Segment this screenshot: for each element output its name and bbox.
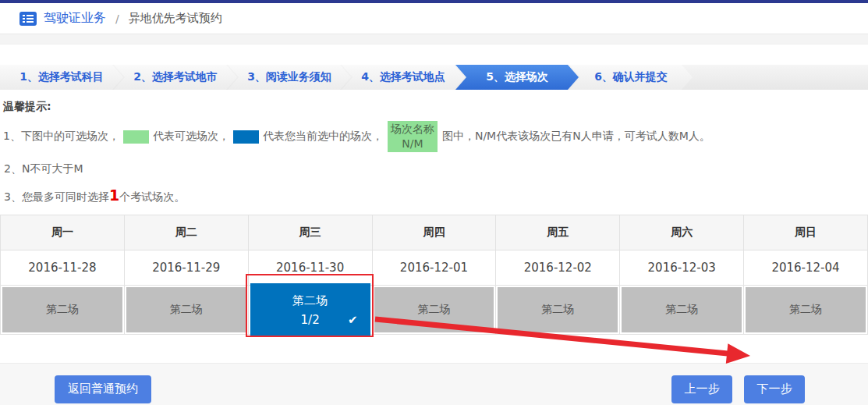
breadcrumb: 驾驶证业务 / 异地优先考试预约 (0, 3, 868, 34)
max-select-count: 1 (109, 187, 119, 204)
date-cell: 2016-11-29 (124, 250, 248, 286)
wizard-step-3[interactable]: 3、阅读业务须知 (228, 65, 351, 90)
date-cell: 2016-11-28 (1, 250, 125, 286)
selected-slot-swatch (233, 130, 259, 144)
tips-title: 温馨提示: (3, 100, 868, 114)
session-slot-sun[interactable]: 第二场 (746, 287, 866, 332)
selected-session-label: 第二场 (292, 293, 328, 308)
page-title: 异地优先考试预约 (129, 11, 222, 26)
weekday-sun: 周日 (744, 215, 868, 250)
legend-session-name: 场次名称 (391, 122, 434, 137)
footer-actions: 返回普通预约 上一步 下一步 (0, 363, 868, 405)
session-slot-fri[interactable]: 第二场 (498, 287, 618, 332)
tip-line-2: 2、N不可大于M (3, 162, 868, 176)
legend-ratio: N/M (402, 137, 423, 151)
date-cell: 2016-12-01 (372, 250, 496, 286)
weekday-sat: 周六 (620, 215, 744, 250)
selected-session-count: 1/2 (301, 313, 320, 327)
wizard-step-6[interactable]: 6、确认并提交 (569, 65, 693, 90)
schedule-table-wrap: 周一 周二 周三 周四 周五 周六 周日 2016-11-28 2016-11-… (0, 215, 868, 335)
back-to-normal-booking-button[interactable]: 返回普通预约 (55, 375, 151, 403)
tips-section: 温馨提示: 1、下图中的可选场次， 代表可选场次， 代表您当前选中的场次， 场次… (0, 90, 868, 204)
session-slot-tue[interactable]: 第二场 (126, 287, 246, 332)
breadcrumb-separator: / (115, 12, 119, 25)
date-cell: 2016-12-04 (744, 250, 868, 286)
tip1-text-3: 代表您当前选中的场次， (263, 130, 383, 144)
available-slot-swatch (123, 130, 149, 144)
weekday-mon: 周一 (1, 215, 125, 250)
weekday-tue: 周二 (124, 215, 248, 250)
tip-line-3: 3、您最多可同时选择1个考试场次。 (3, 187, 868, 204)
session-slot-sat[interactable]: 第二场 (622, 287, 742, 332)
date-row: 2016-11-28 2016-11-29 2016-11-30 2016-12… (1, 250, 868, 286)
date-cell: 2016-11-30 (248, 250, 372, 286)
wizard-step-4[interactable]: 4、选择考试地点 (342, 65, 465, 90)
date-cell: 2016-12-03 (620, 250, 744, 286)
list-icon (19, 12, 37, 26)
weekday-thu: 周四 (372, 215, 496, 250)
wizard-step-1[interactable]: 1、选择考试科目 (0, 65, 123, 90)
session-slot-thu[interactable]: 第二场 (374, 287, 494, 332)
weekday-header-row: 周一 周二 周三 周四 周五 周六 周日 (1, 215, 868, 250)
tip-line-1: 1、下图中的可选场次， 代表可选场次， 代表您当前选中的场次， 场次名称 N/M… (3, 121, 868, 152)
tip3-suffix: 个考试场次。 (119, 190, 185, 203)
header-divider-strip (0, 34, 868, 44)
tip1-text-2: 代表可选场次， (153, 130, 229, 144)
wizard-step-2[interactable]: 2、选择考试地市 (114, 65, 237, 90)
weekday-fri: 周五 (496, 215, 620, 250)
session-slot-mon[interactable]: 第二场 (2, 287, 122, 332)
session-row: 第二场 第二场 第二场 1/2 ✔ 第二场 第二场 第二场 第二场 (1, 286, 868, 335)
session-slot-wed-selected[interactable]: 第二场 1/2 ✔ (250, 283, 370, 336)
weekday-wed: 周三 (248, 215, 372, 250)
previous-step-button[interactable]: 上一步 (671, 375, 732, 403)
tip1-text-4: 图中，N/M代表该场次已有N人申请，可考试人数M人。 (442, 130, 710, 144)
breadcrumb-section[interactable]: 驾驶证业务 (44, 10, 106, 27)
schedule-table: 周一 周二 周三 周四 周五 周六 周日 2016-11-28 2016-11-… (0, 215, 868, 335)
session-legend-box: 场次名称 N/M (388, 121, 438, 152)
wizard-step-5-active[interactable]: 5、选择场次 (455, 65, 579, 90)
tip3-prefix: 3、您最多可同时选择 (4, 190, 109, 203)
checkmark-icon: ✔ (348, 313, 358, 327)
step-wizard: 1、选择考试科目 2、选择考试地市 3、阅读业务须知 4、选择考试地点 5、选择… (0, 65, 868, 90)
exam-booking-page: 驾驶证业务 / 异地优先考试预约 1、选择考试科目 2、选择考试地市 3、阅读业… (0, 0, 868, 405)
next-step-button[interactable]: 下一步 (744, 375, 805, 403)
date-cell: 2016-12-02 (496, 250, 620, 286)
tip1-text-1: 1、下图中的可选场次， (3, 130, 119, 144)
